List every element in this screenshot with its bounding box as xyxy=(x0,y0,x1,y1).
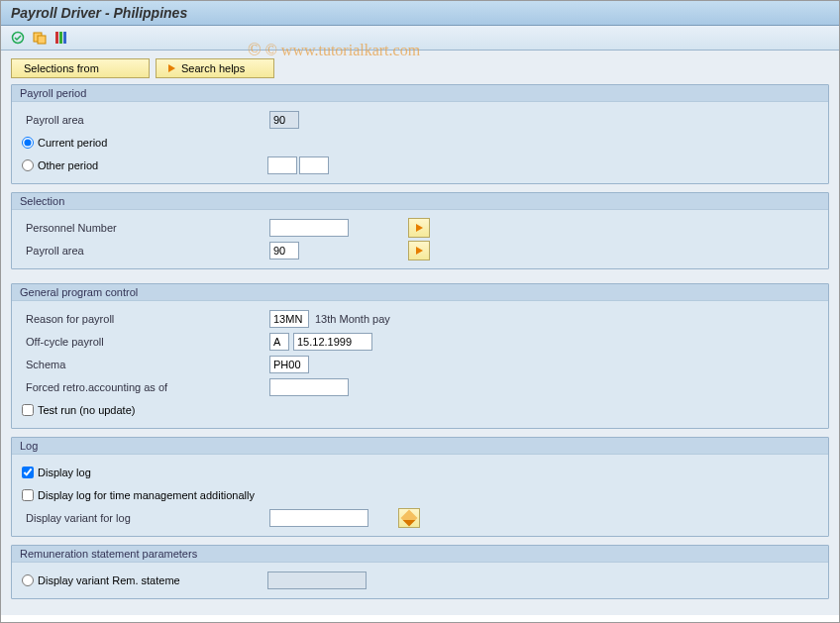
payroll-period-group: Payroll period Payroll area Current peri… xyxy=(11,84,829,184)
selection-title: Selection xyxy=(12,193,828,210)
rem-variant-radio[interactable] xyxy=(22,574,34,586)
sel-payroll-area-field[interactable] xyxy=(269,242,299,260)
schema-field[interactable] xyxy=(269,356,309,373)
display-time-log-checkbox[interactable] xyxy=(22,489,34,501)
offcycle-label: Off-cycle payroll xyxy=(22,336,269,348)
edit-variant-button[interactable] xyxy=(398,508,420,528)
testrun-label: Test run (no update) xyxy=(38,404,135,416)
rem-title: Remuneration statement parameters xyxy=(12,546,828,563)
display-log-checkbox[interactable] xyxy=(22,467,34,478)
gpc-title: General program control xyxy=(12,284,828,301)
window-title: Payroll Driver - Philippines xyxy=(1,1,839,26)
svg-rect-3 xyxy=(55,32,58,44)
payroll-period-title: Payroll period xyxy=(12,85,828,102)
execute-icon[interactable] xyxy=(9,29,27,47)
retro-field[interactable] xyxy=(269,378,349,396)
rem-variant-label: Display variant Rem. stateme xyxy=(38,574,267,586)
pencil-icon xyxy=(401,510,418,527)
svg-rect-4 xyxy=(59,32,62,44)
testrun-checkbox[interactable] xyxy=(22,404,34,416)
arrow-right-icon xyxy=(168,64,175,72)
sel-payroll-area-label: Payroll area xyxy=(22,245,269,257)
rem-group: Remuneration statement parameters Displa… xyxy=(11,545,829,599)
current-period-radio[interactable] xyxy=(22,137,34,149)
arrow-right-icon xyxy=(416,247,423,255)
app-toolbar xyxy=(1,26,839,51)
payroll-area-field[interactable] xyxy=(269,111,299,129)
rem-variant-field[interactable] xyxy=(267,571,367,589)
button-row: Selections from Search helps xyxy=(11,58,829,78)
display-time-log-label: Display log for time management addition… xyxy=(38,489,255,501)
reason-label: Reason for payroll xyxy=(22,313,269,325)
display-log-label: Display log xyxy=(38,467,91,478)
personnel-number-field[interactable] xyxy=(269,219,349,237)
area-multiple-button[interactable] xyxy=(408,241,430,260)
schema-label: Schema xyxy=(22,359,269,370)
pernr-multiple-button[interactable] xyxy=(408,218,430,238)
offcycle-date-field[interactable] xyxy=(293,333,372,351)
other-period-radio[interactable] xyxy=(22,159,34,171)
log-variant-field[interactable] xyxy=(269,509,368,527)
svg-rect-5 xyxy=(63,32,66,44)
svg-rect-2 xyxy=(38,36,46,44)
other-period-field-1[interactable] xyxy=(267,156,297,174)
arrow-right-icon xyxy=(416,224,423,232)
search-helps-label: Search helps xyxy=(181,62,245,74)
log-variant-label: Display variant for log xyxy=(22,512,269,524)
current-period-label: Current period xyxy=(38,137,107,149)
variant-icon[interactable] xyxy=(31,29,49,47)
retro-label: Forced retro.accounting as of xyxy=(22,381,269,393)
log-title: Log xyxy=(12,438,828,455)
main-content: Selections from Search helps Payroll per… xyxy=(1,51,839,615)
selections-from-button[interactable]: Selections from xyxy=(11,58,150,78)
reason-text: 13th Month pay xyxy=(315,313,390,325)
personnel-number-label: Personnel Number xyxy=(22,222,269,234)
selection-group: Selection Personnel Number Payroll area xyxy=(11,192,829,269)
offcycle-code-field[interactable] xyxy=(269,333,289,351)
gpc-group: General program control Reason for payro… xyxy=(11,283,829,429)
payroll-area-label: Payroll area xyxy=(22,114,269,126)
reason-code-field[interactable] xyxy=(269,310,309,328)
other-period-field-2[interactable] xyxy=(299,156,329,174)
color-bars-icon[interactable] xyxy=(52,29,70,47)
search-helps-button[interactable]: Search helps xyxy=(156,58,274,78)
log-group: Log Display log Display log for time man… xyxy=(11,437,829,537)
other-period-label: Other period xyxy=(38,159,267,171)
